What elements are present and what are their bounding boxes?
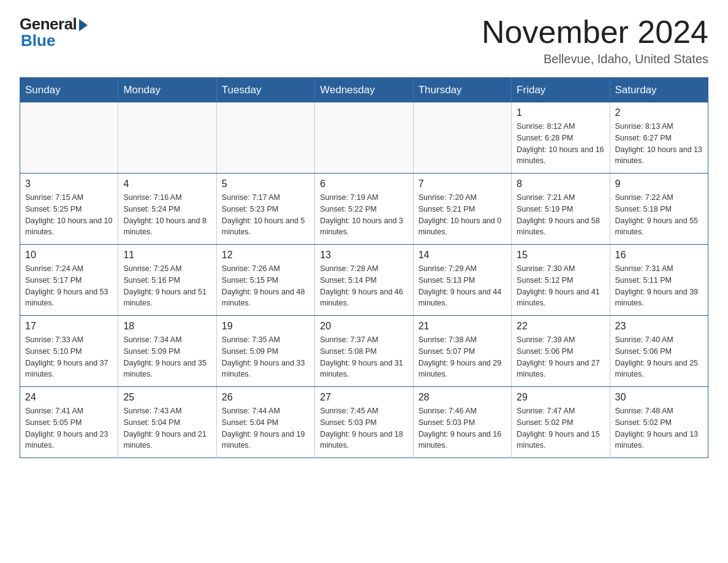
calendar-header-row: SundayMondayTuesdayWednesdayThursdayFrid… — [20, 78, 708, 103]
calendar-week-5: 24Sunrise: 7:41 AMSunset: 5:05 PMDayligh… — [20, 387, 708, 458]
day-number: 19 — [222, 321, 309, 332]
calendar-week-2: 3Sunrise: 7:15 AMSunset: 5:25 PMDaylight… — [20, 174, 708, 245]
day-info: Sunrise: 7:28 AMSunset: 5:14 PMDaylight:… — [320, 263, 408, 309]
weekday-header-sunday: Sunday — [20, 78, 118, 103]
calendar-cell: 30Sunrise: 7:48 AMSunset: 5:02 PMDayligh… — [610, 387, 708, 458]
day-number: 9 — [615, 178, 703, 190]
day-info: Sunrise: 7:46 AMSunset: 5:03 PMDaylight:… — [419, 405, 506, 451]
day-number: 27 — [320, 392, 408, 403]
day-number: 14 — [419, 250, 506, 261]
day-number: 1 — [517, 107, 604, 118]
calendar-cell — [20, 102, 118, 174]
calendar-cell — [216, 102, 314, 174]
calendar-cell: 10Sunrise: 7:24 AMSunset: 5:17 PMDayligh… — [20, 245, 118, 316]
calendar-cell: 6Sunrise: 7:19 AMSunset: 5:22 PMDaylight… — [315, 174, 413, 245]
day-number: 23 — [615, 321, 703, 332]
day-number: 7 — [419, 178, 506, 190]
calendar-cell — [413, 102, 511, 174]
day-number: 2 — [615, 107, 703, 118]
day-info: Sunrise: 7:16 AMSunset: 5:24 PMDaylight:… — [123, 192, 211, 238]
day-info: Sunrise: 7:48 AMSunset: 5:02 PMDaylight:… — [615, 405, 703, 451]
day-number: 10 — [25, 250, 113, 261]
day-info: Sunrise: 7:47 AMSunset: 5:02 PMDaylight:… — [517, 405, 604, 451]
day-info: Sunrise: 7:37 AMSunset: 5:08 PMDaylight:… — [320, 334, 408, 380]
calendar-cell: 15Sunrise: 7:30 AMSunset: 5:12 PMDayligh… — [512, 245, 610, 316]
calendar-cell: 12Sunrise: 7:26 AMSunset: 5:15 PMDayligh… — [216, 245, 314, 316]
calendar-week-3: 10Sunrise: 7:24 AMSunset: 5:17 PMDayligh… — [20, 245, 708, 316]
day-number: 11 — [123, 250, 211, 261]
day-info: Sunrise: 7:17 AMSunset: 5:23 PMDaylight:… — [222, 192, 309, 238]
calendar-cell: 7Sunrise: 7:20 AMSunset: 5:21 PMDaylight… — [413, 174, 511, 245]
calendar-cell: 5Sunrise: 7:17 AMSunset: 5:23 PMDaylight… — [216, 174, 314, 245]
day-info: Sunrise: 7:21 AMSunset: 5:19 PMDaylight:… — [517, 192, 604, 238]
day-number: 6 — [320, 178, 408, 190]
day-info: Sunrise: 8:13 AMSunset: 6:27 PMDaylight:… — [615, 121, 703, 167]
weekday-header-thursday: Thursday — [413, 78, 511, 103]
day-info: Sunrise: 7:45 AMSunset: 5:03 PMDaylight:… — [320, 405, 408, 451]
calendar-cell: 20Sunrise: 7:37 AMSunset: 5:08 PMDayligh… — [315, 316, 413, 387]
weekday-header-monday: Monday — [118, 78, 216, 103]
day-info: Sunrise: 7:33 AMSunset: 5:10 PMDaylight:… — [25, 334, 113, 380]
day-number: 16 — [615, 250, 703, 261]
day-number: 26 — [222, 392, 309, 403]
day-info: Sunrise: 7:34 AMSunset: 5:09 PMDaylight:… — [123, 334, 211, 380]
calendar-cell: 23Sunrise: 7:40 AMSunset: 5:06 PMDayligh… — [610, 316, 708, 387]
calendar-cell — [315, 102, 413, 174]
day-info: Sunrise: 7:44 AMSunset: 5:04 PMDaylight:… — [222, 405, 309, 451]
weekday-header-saturday: Saturday — [610, 78, 708, 103]
day-info: Sunrise: 7:41 AMSunset: 5:05 PMDaylight:… — [25, 405, 113, 451]
calendar-cell: 28Sunrise: 7:46 AMSunset: 5:03 PMDayligh… — [413, 387, 511, 458]
calendar-cell: 13Sunrise: 7:28 AMSunset: 5:14 PMDayligh… — [315, 245, 413, 316]
calendar-cell: 21Sunrise: 7:38 AMSunset: 5:07 PMDayligh… — [413, 316, 511, 387]
day-number: 13 — [320, 250, 408, 261]
calendar-cell: 3Sunrise: 7:15 AMSunset: 5:25 PMDaylight… — [20, 174, 118, 245]
calendar-cell: 24Sunrise: 7:41 AMSunset: 5:05 PMDayligh… — [20, 387, 118, 458]
calendar-cell: 29Sunrise: 7:47 AMSunset: 5:02 PMDayligh… — [512, 387, 610, 458]
day-number: 8 — [517, 178, 604, 190]
day-info: Sunrise: 7:35 AMSunset: 5:09 PMDaylight:… — [222, 334, 309, 380]
day-info: Sunrise: 7:25 AMSunset: 5:16 PMDaylight:… — [123, 263, 211, 309]
calendar: SundayMondayTuesdayWednesdayThursdayFrid… — [20, 77, 708, 458]
calendar-cell: 8Sunrise: 7:21 AMSunset: 5:19 PMDaylight… — [512, 174, 610, 245]
day-info: Sunrise: 7:29 AMSunset: 5:13 PMDaylight:… — [419, 263, 506, 309]
title-section: November 2024 Bellevue, Idaho, United St… — [482, 15, 708, 66]
calendar-week-4: 17Sunrise: 7:33 AMSunset: 5:10 PMDayligh… — [20, 316, 708, 387]
logo: General Blue — [20, 15, 88, 50]
calendar-cell: 14Sunrise: 7:29 AMSunset: 5:13 PMDayligh… — [413, 245, 511, 316]
day-number: 25 — [123, 392, 211, 403]
day-number: 29 — [517, 392, 604, 403]
day-info: Sunrise: 7:30 AMSunset: 5:12 PMDaylight:… — [517, 263, 604, 309]
day-info: Sunrise: 7:26 AMSunset: 5:15 PMDaylight:… — [222, 263, 309, 309]
day-number: 4 — [123, 178, 211, 190]
day-number: 20 — [320, 321, 408, 332]
calendar-cell: 4Sunrise: 7:16 AMSunset: 5:24 PMDaylight… — [118, 174, 216, 245]
location: Bellevue, Idaho, United States — [482, 52, 708, 66]
calendar-cell: 18Sunrise: 7:34 AMSunset: 5:09 PMDayligh… — [118, 316, 216, 387]
day-info: Sunrise: 7:15 AMSunset: 5:25 PMDaylight:… — [25, 192, 113, 238]
calendar-cell — [118, 102, 216, 174]
day-number: 12 — [222, 250, 309, 261]
day-number: 30 — [615, 392, 703, 403]
calendar-cell: 25Sunrise: 7:43 AMSunset: 5:04 PMDayligh… — [118, 387, 216, 458]
day-info: Sunrise: 8:12 AMSunset: 6:28 PMDaylight:… — [517, 121, 604, 167]
day-number: 15 — [517, 250, 604, 261]
top-section: General Blue November 2024 Bellevue, Ida… — [20, 15, 708, 66]
day-info: Sunrise: 7:43 AMSunset: 5:04 PMDaylight:… — [123, 405, 211, 451]
day-info: Sunrise: 7:38 AMSunset: 5:07 PMDaylight:… — [419, 334, 506, 380]
logo-arrow-icon — [79, 19, 88, 31]
day-number: 22 — [517, 321, 604, 332]
day-number: 3 — [25, 178, 113, 190]
day-info: Sunrise: 7:40 AMSunset: 5:06 PMDaylight:… — [615, 334, 703, 380]
calendar-cell: 19Sunrise: 7:35 AMSunset: 5:09 PMDayligh… — [216, 316, 314, 387]
day-number: 21 — [419, 321, 506, 332]
day-number: 28 — [419, 392, 506, 403]
weekday-header-tuesday: Tuesday — [216, 78, 314, 103]
calendar-cell: 2Sunrise: 8:13 AMSunset: 6:27 PMDaylight… — [610, 102, 708, 174]
calendar-cell: 26Sunrise: 7:44 AMSunset: 5:04 PMDayligh… — [216, 387, 314, 458]
calendar-cell: 17Sunrise: 7:33 AMSunset: 5:10 PMDayligh… — [20, 316, 118, 387]
day-info: Sunrise: 7:24 AMSunset: 5:17 PMDaylight:… — [25, 263, 113, 309]
calendar-cell: 9Sunrise: 7:22 AMSunset: 5:18 PMDaylight… — [610, 174, 708, 245]
day-number: 24 — [25, 392, 113, 403]
day-info: Sunrise: 7:20 AMSunset: 5:21 PMDaylight:… — [419, 192, 506, 238]
logo-blue-text: Blue — [21, 31, 55, 50]
